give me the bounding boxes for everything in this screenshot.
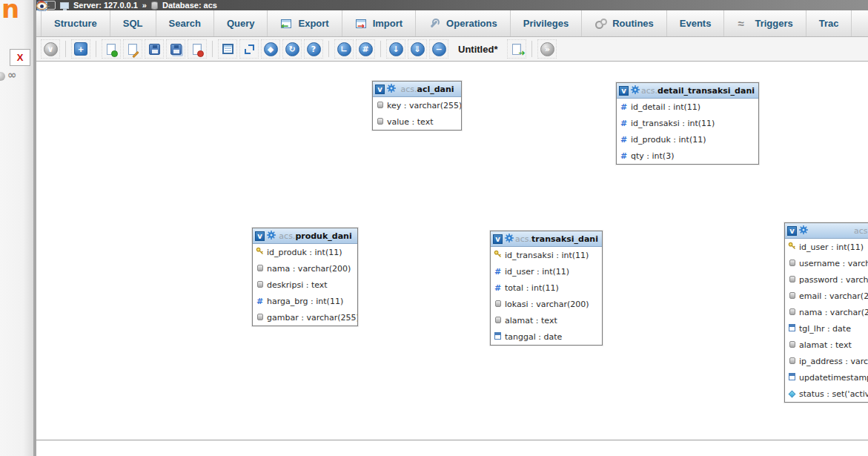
text-field-icon	[788, 308, 796, 317]
tab-sql[interactable]: SQL	[110, 10, 156, 36]
toolbar-separator	[380, 41, 381, 57]
table-options-gear-icon[interactable]	[505, 234, 514, 245]
table-header[interactable]: vacs.	[785, 223, 868, 239]
show-hide-tables-list-button[interactable]: ∨	[41, 39, 60, 59]
toggle-small-big-button[interactable]: ⇓	[408, 39, 427, 59]
designer-table-acl_dani[interactable]: vacs.acl_danikey : varchar(255)value : t…	[372, 81, 462, 130]
table-field-row[interactable]: lokasi : varchar(200)	[491, 296, 602, 312]
table-field-row[interactable]: #total : int(11)	[491, 280, 602, 296]
tab-privileges[interactable]: Privileges	[511, 10, 582, 36]
view-toggle-badge[interactable]: v	[255, 231, 265, 241]
choose-column-to-display-button[interactable]: ◆	[261, 39, 280, 59]
view-toggle-badge[interactable]: v	[375, 85, 385, 94]
table-field-row[interactable]: #id_transaksi : int(11)	[617, 115, 758, 131]
table-options-gear-icon[interactable]	[631, 85, 640, 96]
angular-direct-links-button[interactable]: ∟	[334, 39, 354, 59]
table-options-gear-icon[interactable]	[799, 225, 808, 237]
table-field-row[interactable]: key : varchar(255)	[373, 97, 461, 113]
table-field-row[interactable]: #id_user : int(11)	[491, 263, 602, 280]
below-canvas-area	[36, 440, 868, 456]
table-field-row[interactable]: tanggal : date	[491, 328, 602, 345]
field-text: alamat : text	[505, 316, 557, 326]
tab-export[interactable]: ←Export	[268, 10, 342, 36]
table-field-row[interactable]: password : varcha	[785, 271, 868, 288]
table-field-row[interactable]: nama : varchar(25	[785, 304, 868, 320]
table-header[interactable]: vacs.transaksi_dani	[491, 231, 602, 247]
table-field-row[interactable]: nama : varchar(200)	[253, 260, 357, 277]
tab-trac[interactable]: Trac	[806, 10, 852, 36]
tab-import[interactable]: →Import	[342, 10, 416, 36]
table-header[interactable]: vacs.produk_dani	[253, 228, 357, 244]
table-name: acs.transaksi_dani	[514, 234, 600, 244]
tab-label: Operations	[446, 18, 497, 29]
open-page-button[interactable]	[123, 39, 142, 59]
export-schema-button[interactable]: ➜	[507, 39, 526, 59]
fullscreen-button[interactable]: +	[71, 39, 90, 59]
table-field-row[interactable]: #id_detail : int(11)	[617, 99, 758, 115]
breadcrumb-server[interactable]: Server: 127.0.0.1	[73, 1, 138, 10]
table-options-gear-icon[interactable]	[267, 231, 276, 242]
table-field-row[interactable]: id_transaksi : int(11)	[491, 247, 602, 263]
delete-page-button[interactable]	[188, 39, 207, 59]
table-field-row[interactable]: id_produk : int(11)	[253, 244, 357, 260]
database-prefix: acs.	[854, 226, 868, 236]
designer-table-clipped[interactable]: vacs.id_user : int(11)username : varchpa…	[784, 222, 868, 403]
minus-badge-icon	[197, 50, 204, 57]
link-chain-icon[interactable]: ∞	[7, 68, 17, 82]
view-toggle-badge[interactable]: v	[619, 86, 629, 96]
table-field-row[interactable]: gambar : varchar(255)	[253, 309, 357, 326]
table-field-row[interactable]: username : varch	[785, 255, 868, 271]
tab-structure[interactable]: Structure	[41, 10, 110, 36]
save-page-as-button[interactable]	[166, 39, 185, 59]
field-text: id_detail : int(11)	[631, 102, 700, 112]
designer-canvas[interactable]: vacs.acl_danikey : varchar(255)value : t…	[36, 62, 868, 440]
tab-triggers[interactable]: Triggers	[724, 10, 806, 36]
table-field-row[interactable]: value : text	[373, 113, 461, 130]
field-text: tanggal : date	[505, 332, 562, 342]
table-field-row[interactable]: deskripsi : text	[253, 277, 357, 293]
export-arrow-icon: ➜	[518, 48, 525, 58]
snap-to-grid-button[interactable]: #	[356, 39, 375, 59]
tab-operations[interactable]: Operations	[416, 10, 511, 36]
table-header[interactable]: vacs.detail_transaksi_dani	[617, 83, 758, 99]
table-field-row[interactable]: alamat : text	[785, 337, 868, 353]
reload-button[interactable]: ↻	[282, 39, 302, 59]
field-text: nama : varchar(25	[799, 308, 868, 317]
tab-search[interactable]: Search	[156, 10, 214, 36]
create-relationship-button[interactable]	[239, 39, 259, 59]
breadcrumb-database[interactable]: Database: acs	[162, 1, 217, 10]
broken-image-placeholder: X	[10, 49, 30, 66]
plus-badge-icon	[111, 50, 118, 57]
create-table-button[interactable]	[218, 39, 237, 59]
table-field-row[interactable]: #qty : int(3)	[617, 148, 758, 164]
new-page-button[interactable]	[102, 39, 121, 59]
tab-routines[interactable]: Routines	[582, 10, 667, 36]
numeric-field-icon: #	[494, 283, 502, 293]
table-field-row[interactable]: ip_address : varc	[785, 353, 868, 369]
table-field-row[interactable]: #id_produk : int(11)	[617, 131, 758, 148]
table-field-row[interactable]: email : varchar(20	[785, 288, 868, 304]
move-menu-button[interactable]: »	[537, 39, 557, 59]
tab-query[interactable]: Query	[214, 10, 268, 36]
table-field-row[interactable]: id_user : int(11)	[785, 239, 868, 255]
table-options-gear-icon[interactable]	[387, 84, 396, 95]
table-field-row[interactable]: alamat : text	[491, 312, 602, 328]
designer-table-transaksi_dani[interactable]: vacs.transaksi_daniid_transaksi : int(11…	[490, 231, 603, 346]
view-toggle-badge[interactable]: v	[493, 234, 503, 244]
field-text: id_user : int(11)	[799, 242, 864, 252]
field-text: deskripsi : text	[267, 280, 328, 290]
table-field-row[interactable]: updatetimestamp	[785, 369, 868, 386]
table-field-row[interactable]: status : set('activ	[785, 386, 868, 402]
field-text: password : varcha	[799, 275, 868, 285]
table-header[interactable]: vacs.acl_dani	[373, 82, 461, 97]
table-field-row[interactable]: #harga_brg : int(11)	[253, 293, 357, 309]
designer-table-detail_transaksi_dani[interactable]: vacs.detail_transaksi_dani#id_detail : i…	[616, 82, 759, 165]
toggle-relationship-lines-button[interactable]: −	[429, 39, 448, 59]
view-toggle-badge[interactable]: v	[787, 226, 797, 236]
designer-table-produk_dani[interactable]: vacs.produk_daniid_produk : int(11)nama …	[252, 228, 358, 326]
small-big-all-button[interactable]: ↓	[386, 39, 405, 59]
tab-events[interactable]: Events	[667, 10, 725, 36]
help-button[interactable]: ?	[304, 39, 323, 59]
table-field-row[interactable]: tgl_lhr : date	[785, 320, 868, 337]
save-page-button[interactable]	[145, 39, 164, 59]
